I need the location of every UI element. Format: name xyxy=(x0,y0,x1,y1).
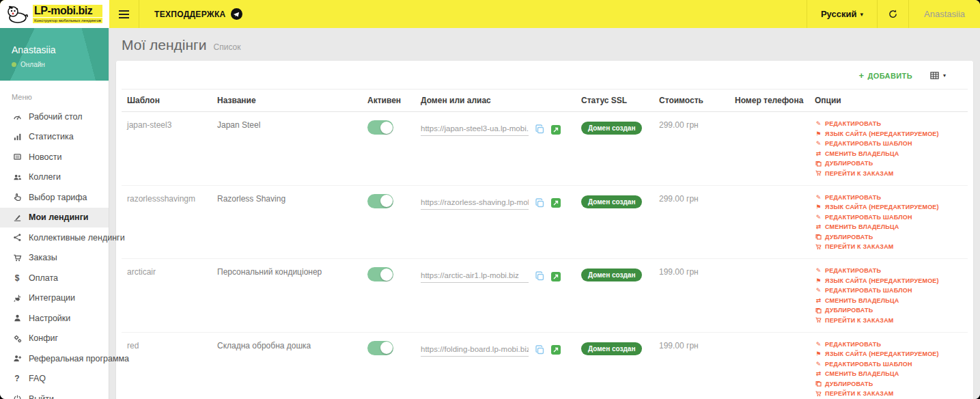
edit-icon: ✎ xyxy=(815,287,822,294)
language-dropdown[interactable]: Русский ▾ xyxy=(807,0,877,28)
plus-icon: + xyxy=(858,70,864,81)
sidebar-item-statistics[interactable]: Статистика xyxy=(0,127,109,148)
price-cell: 199.00 грн xyxy=(654,332,729,399)
edit-link[interactable]: ✎РЕДАКТИРОВАТЬ xyxy=(815,341,962,348)
duplicate-link[interactable]: ДУБЛИРОВАТЬ xyxy=(815,307,962,314)
domain-input[interactable] xyxy=(421,270,529,283)
site-language-link[interactable]: ⚑ЯЗЫК САЙТА (НЕРЕДАКТИРУЕМОЕ) xyxy=(815,277,962,284)
go-to-orders-link[interactable]: ПЕРЕЙТИ К ЗАКАЗАМ xyxy=(815,390,962,397)
duplicate-icon xyxy=(815,381,822,387)
site-language-link[interactable]: ⚑ЯЗЫК САЙТА (НЕРЕДАКТИРУЕМОЕ) xyxy=(815,350,962,357)
sidebar-item-orders[interactable]: Заказы xyxy=(0,248,109,269)
copy-icon[interactable] xyxy=(535,198,545,208)
refresh-icon xyxy=(888,9,898,19)
go-to-orders-link[interactable]: ПЕРЕЙТИ К ЗАКАЗАМ xyxy=(815,317,962,324)
sidebar-item-config[interactable]: Конфиг xyxy=(0,329,109,349)
phone-cell xyxy=(729,185,809,259)
active-toggle[interactable] xyxy=(367,120,393,135)
duplicate-link[interactable]: ДУБЛИРОВАТЬ xyxy=(815,381,962,387)
open-site-icon[interactable] xyxy=(551,345,561,355)
col-header-ssl: Статус SSL xyxy=(576,90,654,112)
sidebar-item-colleagues[interactable]: Коллеги xyxy=(0,167,109,188)
col-header-phone: Номер телефона xyxy=(729,90,809,112)
sidebar-item-logout[interactable]: Выйти xyxy=(0,389,109,399)
sidebar-item-my-landings[interactable]: Мои лендинги xyxy=(0,208,109,228)
domain-input[interactable] xyxy=(421,123,529,136)
go-to-orders-link[interactable]: ПЕРЕЙТИ К ЗАКАЗАМ xyxy=(815,243,962,250)
open-site-icon[interactable] xyxy=(551,198,561,208)
edit-template-link[interactable]: ✎РЕДАКТИРОВАТЬ ШАБЛОН xyxy=(815,214,962,221)
main-content: Мої лендінги Список + ДОБАВИТЬ ▾ Шаблон xyxy=(109,28,980,399)
cart-icon xyxy=(815,244,822,250)
change-owner-link[interactable]: ⇄СМЕНИТЬ ВЛАДЕЛЬЦА xyxy=(815,223,962,230)
edit-template-link[interactable]: ✎РЕДАКТИРОВАТЬ ШАБЛОН xyxy=(815,140,962,147)
template-cell: arcticair xyxy=(122,259,212,333)
view-options-dropdown[interactable]: ▾ xyxy=(930,71,946,80)
site-language-link[interactable]: ⚑ЯЗЫК САЙТА (НЕРЕДАКТИРУЕМОЕ) xyxy=(815,204,962,210)
edit-icon: ✎ xyxy=(815,214,822,221)
table-row: razorlessshavingm Razorless Shaving Доме… xyxy=(122,185,968,259)
template-cell: razorlessshavingm xyxy=(122,185,212,259)
user-menu[interactable]: Anastasiia xyxy=(908,0,980,28)
col-header-options: Опции xyxy=(809,90,968,112)
col-header-template: Шаблон xyxy=(122,90,212,112)
edit-template-link[interactable]: ✎РЕДАКТИРОВАТЬ ШАБЛОН xyxy=(815,287,962,294)
duplicate-link[interactable]: ДУБЛИРОВАТЬ xyxy=(815,234,962,240)
copy-icon[interactable] xyxy=(535,124,545,135)
name-cell: Japan Steel xyxy=(212,112,362,186)
sidebar-item-faq[interactable]: ? FAQ xyxy=(0,369,109,389)
edit-link[interactable]: ✎РЕДАКТИРОВАТЬ xyxy=(815,194,962,201)
profile-name: Anastasiia xyxy=(12,44,56,55)
sidebar-item-payment[interactable]: $ Оплата xyxy=(0,268,109,288)
edit-icon: ✎ xyxy=(815,341,822,348)
sidebar-item-integrations[interactable]: Интеграции xyxy=(0,288,109,309)
refresh-button[interactable] xyxy=(877,0,908,28)
change-owner-link[interactable]: ⇄СМЕНИТЬ ВЛАДЕЛЬЦА xyxy=(815,150,962,157)
referral-icon xyxy=(12,354,23,363)
edit-icon: ✎ xyxy=(815,361,822,368)
sidebar-item-tariff[interactable]: Выбор тарифа xyxy=(0,187,109,208)
cart-icon xyxy=(815,170,822,176)
open-site-icon[interactable] xyxy=(551,125,561,135)
brand-logo[interactable]: LP-mobi.biz Конструктор мобильных лендин… xyxy=(0,0,109,28)
edit-template-link[interactable]: ✎РЕДАКТИРОВАТЬ ШАБЛОН xyxy=(815,361,962,368)
transfer-icon: ⇄ xyxy=(815,297,822,304)
edit-icon: ✎ xyxy=(815,194,822,201)
sidebar-item-collective-landings[interactable]: Коллективные лендинги xyxy=(0,228,109,248)
sidebar-item-settings[interactable]: Настройки xyxy=(0,308,109,329)
support-button[interactable]: ТЕХПОДДЕРЖКА xyxy=(139,0,257,28)
price-cell: 199.00 грн xyxy=(654,259,729,333)
sidebar-item-dashboard[interactable]: Рабочий стол xyxy=(0,107,109,127)
flag-icon: ⚑ xyxy=(815,350,822,357)
go-to-orders-link[interactable]: ПЕРЕЙТИ К ЗАКАЗАМ xyxy=(815,170,962,177)
copy-icon[interactable] xyxy=(535,345,545,355)
transfer-icon: ⇄ xyxy=(815,370,822,377)
site-language-link[interactable]: ⚑ЯЗЫК САЙТА (НЕРЕДАКТИРУЕМОЕ) xyxy=(815,130,962,137)
domain-input[interactable] xyxy=(421,197,529,210)
change-owner-link[interactable]: ⇄СМЕНИТЬ ВЛАДЕЛЬЦА xyxy=(815,370,962,377)
brand-tagline: Конструктор мобильных лендингов xyxy=(33,18,102,23)
cart-icon xyxy=(815,391,822,397)
add-button[interactable]: + ДОБАВИТЬ xyxy=(858,70,912,81)
sidebar-toggle-button[interactable] xyxy=(109,0,139,28)
open-site-icon[interactable] xyxy=(551,272,561,281)
price-cell: 299.00 грн xyxy=(654,185,729,259)
profile-status: Онлайн xyxy=(12,61,45,68)
landings-table: Шаблон Название Активен Домен или алиас … xyxy=(122,89,968,399)
integrations-icon xyxy=(12,294,23,303)
cart-icon xyxy=(815,317,822,323)
active-toggle[interactable] xyxy=(367,267,393,281)
language-label: Русский xyxy=(821,9,857,19)
table-row: japan-steel3 Japan Steel Домен создан 29… xyxy=(122,112,968,186)
phone-cell xyxy=(729,112,809,186)
edit-link[interactable]: ✎РЕДАКТИРОВАТЬ xyxy=(815,120,962,127)
sidebar-item-news[interactable]: Новости xyxy=(0,147,109,167)
domain-input[interactable] xyxy=(421,344,529,357)
sidebar-item-referral[interactable]: Реферальная программа xyxy=(0,348,109,369)
duplicate-link[interactable]: ДУБЛИРОВАТЬ xyxy=(815,160,962,167)
change-owner-link[interactable]: ⇄СМЕНИТЬ ВЛАДЕЛЬЦА xyxy=(815,297,962,304)
edit-link[interactable]: ✎РЕДАКТИРОВАТЬ xyxy=(815,267,962,274)
active-toggle[interactable] xyxy=(367,194,393,208)
copy-icon[interactable] xyxy=(535,271,545,281)
active-toggle[interactable] xyxy=(367,341,393,355)
